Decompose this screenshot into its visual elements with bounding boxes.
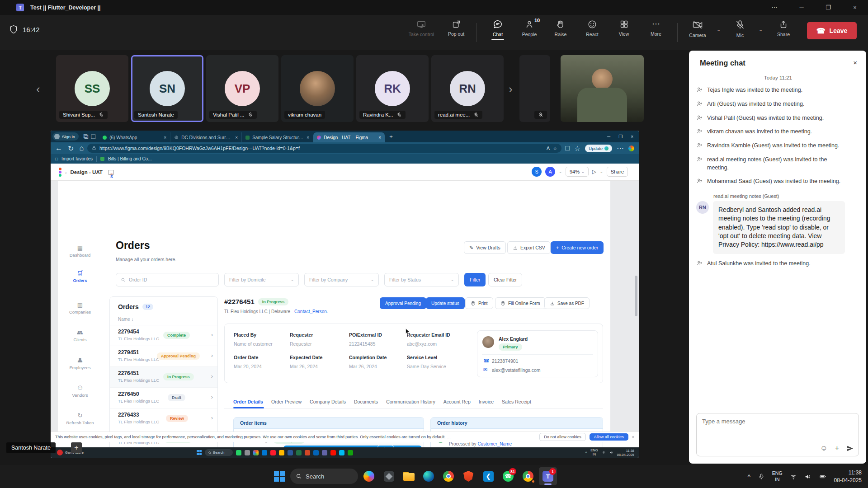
edge-icon[interactable]	[420, 467, 438, 485]
bookmark-import-favorites[interactable]: Import favorites	[61, 156, 93, 161]
tab-documents[interactable]: Documents	[354, 399, 378, 404]
share-button[interactable]: Share	[769, 19, 798, 37]
leave-button[interactable]: ☎ Leave	[807, 22, 857, 39]
allow-cookies-button[interactable]: Allow all cookies	[590, 433, 628, 441]
tab-order-preview[interactable]: Order Preview	[271, 399, 302, 404]
view-drafts-button[interactable]: ✎View Drafts	[464, 241, 506, 254]
clear-filter-button[interactable]: Clear Filter	[488, 273, 522, 286]
split-screen-icon[interactable]: □	[565, 144, 570, 152]
deny-cookies-button[interactable]: Do not allow cookies	[539, 433, 586, 441]
tiles-scroll-left-icon[interactable]: ‹	[36, 82, 40, 96]
dev-app-icon[interactable]	[380, 467, 398, 485]
chat-button[interactable]: Chat	[483, 19, 513, 37]
app-icon[interactable]	[245, 450, 250, 455]
attach-plus-icon[interactable]: +	[835, 444, 839, 452]
video-tile[interactable]: vikram chavan	[281, 55, 354, 122]
address-field[interactable]: https://www.figma.com/design/9BKQ0FOHRWa…	[87, 144, 561, 153]
mic-dropdown-chevron[interactable]: ⌄	[759, 27, 763, 33]
sidebar-item-vendors[interactable]: ⚇Vendors	[58, 385, 102, 398]
pop-out-button[interactable]: Pop out	[441, 19, 471, 37]
outlook-icon[interactable]	[313, 450, 319, 455]
print-button[interactable]: Print	[465, 297, 493, 309]
order-id-search-input[interactable]: Order ID	[116, 273, 219, 286]
tray-mic-icon[interactable]	[758, 473, 765, 480]
fill-online-form-button[interactable]: Fill Online Form	[495, 297, 546, 309]
present-chevron[interactable]: ⌄	[600, 170, 603, 174]
whatsapp-icon[interactable]: ☎ 81	[499, 467, 517, 485]
browser-tab[interactable]: (6) WhatsApp×	[99, 132, 170, 142]
mic-button[interactable]: Mic	[725, 19, 755, 38]
tray-chevron-icon[interactable]: ^	[585, 450, 587, 455]
chrome-icon[interactable]	[439, 467, 458, 485]
workspaces-icon[interactable]: ⧉	[83, 132, 88, 141]
browser-close-icon[interactable]: ×	[631, 134, 633, 139]
folder-icon[interactable]	[279, 450, 284, 455]
edge-icon[interactable]	[262, 450, 267, 455]
start-button[interactable]	[270, 467, 288, 485]
maximize-button[interactable]: ❐	[818, 0, 839, 15]
refresh-icon[interactable]: ↻	[68, 144, 74, 153]
tab-close-icon[interactable]: ×	[235, 135, 238, 140]
widget-icon[interactable]	[57, 450, 63, 455]
video-tile-camera-on[interactable]	[561, 55, 644, 122]
filter-company-select[interactable]: Filter by Company⌄	[304, 273, 379, 286]
video-tile[interactable]: SS Shivani Sup...	[56, 55, 128, 122]
order-row[interactable]: 2279454TL Flex Holdings LLC Complete›	[110, 325, 218, 346]
figma-share-button[interactable]: Share	[607, 167, 628, 177]
back-icon[interactable]: ←	[55, 144, 62, 152]
tab-close-icon[interactable]: ×	[307, 135, 309, 140]
chat-input-box[interactable]: Type a message ☺ +	[696, 413, 859, 456]
mini-language[interactable]: ENGIN	[590, 449, 598, 456]
tray-chevron-icon[interactable]: ^	[748, 473, 750, 480]
update-browser-button[interactable]: Update	[585, 145, 612, 152]
language-indicator[interactable]: ENGIN	[772, 470, 783, 482]
tab-close-icon[interactable]: ×	[378, 135, 381, 140]
read-aloud-icon[interactable]: A	[547, 145, 550, 151]
order-row[interactable]: 2276450TL Flex Holdings LLC Draft›	[110, 387, 218, 408]
emoji-icon[interactable]: ☺	[820, 444, 827, 452]
mini-clock[interactable]: 11:3808-04-2025	[617, 449, 634, 457]
create-new-order-button[interactable]: +Create new order	[551, 241, 604, 254]
video-tile[interactable]: VP Vishal Patil ...	[206, 55, 278, 122]
sidebar-item-employees[interactable]: 👤︎Employees	[58, 357, 102, 370]
battery-icon[interactable]	[819, 473, 827, 480]
browser-tab[interactable]: Sample Salary Structure with calc×	[242, 132, 313, 142]
order-row[interactable]: 2279451TL Flex Holdings LLC Approval Pen…	[110, 346, 218, 366]
contact-person-link[interactable]: Contact_Person.	[294, 309, 328, 314]
whatsapp-icon[interactable]	[236, 450, 241, 455]
order-row[interactable]: 2276433TL Flex Holdings LLC Review›	[110, 408, 218, 429]
tiles-scroll-right-icon[interactable]: ›	[509, 82, 513, 96]
close-button[interactable]: ×	[844, 0, 865, 15]
word-icon[interactable]	[288, 450, 293, 455]
sidebar-item-clients[interactable]: 👥︎Clients	[58, 329, 102, 342]
search-pill[interactable]: Search	[205, 449, 233, 456]
filter-button[interactable]: Filter	[464, 273, 486, 286]
figma-menu-chevron[interactable]: ⌄	[64, 170, 68, 174]
clock[interactable]: 11:3808-04-2025	[834, 469, 862, 483]
minimize-button[interactable]: ─	[791, 0, 812, 15]
zoom-select[interactable]: 94%⌄	[566, 167, 589, 177]
figma-logo-icon[interactable]	[59, 168, 61, 177]
camera-button[interactable]: Camera	[683, 19, 712, 38]
video-tile-partial[interactable]	[519, 55, 550, 122]
name-column-header[interactable]: Name ↓	[118, 317, 133, 322]
favorite-star-icon[interactable]: ☆	[553, 145, 557, 151]
excel-icon[interactable]	[296, 450, 302, 455]
tab-company-details[interactable]: Company Details	[310, 399, 346, 404]
contact-phone[interactable]: 2123874901	[492, 358, 518, 364]
browser-menu-icon[interactable]: ⋯	[617, 144, 624, 153]
collaborator-avatar[interactable]: S	[532, 167, 542, 177]
copilot-icon[interactable]	[628, 145, 634, 151]
tab-account-rep[interactable]: Account Rep	[443, 399, 471, 404]
avatar-chevron[interactable]: ⌄	[559, 170, 562, 174]
view-button[interactable]: View	[609, 19, 639, 37]
video-tile[interactable]: RK Ravindra K...	[356, 55, 429, 122]
tab-close-icon[interactable]: ×	[164, 135, 166, 140]
save-as-pdf-button[interactable]: Save as PDF	[544, 297, 590, 309]
teams-icon[interactable]	[322, 450, 327, 455]
chat-message-bubble[interactable]: Redberyl and Santosh added read.ai meeti…	[713, 201, 845, 254]
export-csv-button[interactable]: Export CSV	[507, 241, 551, 254]
video-tile[interactable]: RN read.ai mee...	[431, 55, 504, 122]
browser-tab-active[interactable]: Design - UAT – Figma×	[313, 132, 385, 142]
send-icon[interactable]	[846, 445, 854, 452]
